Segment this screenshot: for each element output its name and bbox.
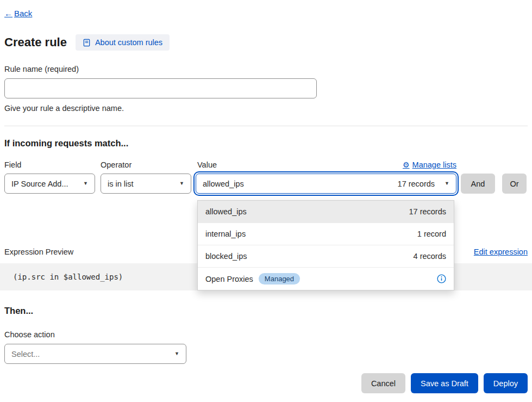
value-select-wrap: allowed_ips 17 records ▼ allowed_ips 17 …	[196, 174, 456, 194]
manage-lists-label: Manage lists	[412, 160, 456, 169]
deploy-button[interactable]: Deploy	[484, 373, 528, 393]
back-link[interactable]: ←Back	[4, 9, 32, 18]
expression-preview-label: Expression Preview	[4, 248, 73, 256]
match-section-heading: If incoming requests match...	[4, 138, 528, 149]
chevron-down-icon: ▼	[174, 351, 179, 356]
value-dropdown-menu: allowed_ips 17 records internal_ips 1 re…	[197, 200, 454, 290]
chevron-down-icon: ▼	[83, 181, 88, 186]
list-option-internal-ips[interactable]: internal_ips 1 record	[198, 223, 454, 245]
expression-code: (ip.src in $allowed_ips)	[13, 273, 123, 281]
back-arrow-icon: ←	[4, 9, 12, 18]
edit-expression-link[interactable]: Edit expression	[474, 248, 528, 256]
field-select[interactable]: IP Source Add... ▼	[4, 174, 95, 194]
chevron-down-icon: ▼	[179, 181, 184, 186]
create-rule-page: ←Back Create rule About custom rules Rul…	[0, 0, 532, 393]
list-option-name: allowed_ips	[205, 207, 247, 216]
value-select[interactable]: allowed_ips 17 records ▼	[196, 174, 456, 194]
field-select-value: IP Source Add...	[11, 180, 68, 188]
save-as-draft-button[interactable]: Save as Draft	[411, 373, 478, 393]
action-select[interactable]: Select... ▼	[4, 344, 186, 364]
about-custom-rules-label: About custom rules	[95, 38, 162, 47]
match-condition-row: IP Source Add... ▼ is in list ▼ allowed_…	[4, 174, 528, 194]
rule-name-input[interactable]	[4, 78, 317, 98]
title-row: Create rule About custom rules	[4, 34, 528, 51]
operator-select-value: is in list	[108, 180, 134, 188]
field-column-label: Field	[4, 160, 95, 169]
value-select-value: allowed_ips	[203, 180, 244, 188]
list-option-blocked-ips[interactable]: blocked_ips 4 records	[198, 245, 454, 268]
operator-select[interactable]: is in list ▼	[101, 174, 191, 194]
list-option-name: blocked_ips	[205, 252, 247, 261]
about-custom-rules-link[interactable]: About custom rules	[76, 34, 170, 51]
chevron-down-icon: ▼	[445, 181, 449, 186]
list-option-open-proxies[interactable]: Open Proxies Managed	[198, 268, 454, 290]
then-section-heading: Then...	[4, 306, 528, 316]
value-select-records-count: 17 records	[398, 180, 435, 188]
list-option-records: 17 records	[409, 207, 446, 216]
action-select-placeholder: Select...	[11, 350, 40, 358]
value-column-header: Value ⚙Manage lists	[196, 160, 456, 169]
value-column-label: Value	[197, 160, 217, 169]
list-option-records: 1 record	[417, 230, 446, 238]
and-button[interactable]: And	[461, 174, 495, 194]
manage-lists-link[interactable]: ⚙Manage lists	[403, 160, 456, 169]
cancel-button[interactable]: Cancel	[361, 373, 405, 393]
choose-action-label: Choose action	[4, 330, 528, 339]
section-divider	[4, 126, 528, 126]
back-label: Back	[14, 9, 32, 18]
rule-name-label: Rule name (required)	[4, 65, 528, 73]
list-option-name: internal_ips	[205, 230, 246, 238]
footer-actions: Cancel Save as Draft Deploy	[4, 373, 528, 393]
managed-badge: Managed	[259, 273, 300, 285]
match-column-labels: Field Operator Value ⚙Manage lists	[4, 160, 528, 169]
operator-column-label: Operator	[101, 160, 191, 169]
gear-icon: ⚙	[403, 160, 410, 169]
rule-name-help-text: Give your rule a descriptive name.	[4, 104, 528, 113]
book-icon	[83, 39, 91, 47]
list-option-records: 4 records	[414, 252, 446, 261]
list-option-allowed-ips[interactable]: allowed_ips 17 records	[198, 201, 454, 223]
page-title: Create rule	[4, 35, 67, 50]
info-icon[interactable]	[437, 274, 446, 283]
or-button[interactable]: Or	[502, 174, 527, 194]
list-option-name: Open Proxies	[205, 275, 253, 283]
